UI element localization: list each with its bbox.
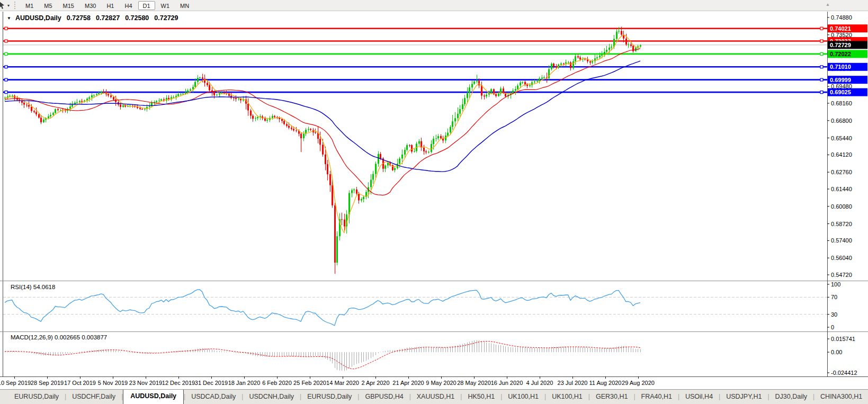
svg-text:0.71010: 0.71010 xyxy=(830,64,851,70)
timeframe-button-M5[interactable]: M5 xyxy=(39,1,57,10)
svg-text:0.74021: 0.74021 xyxy=(830,25,851,32)
chart-symbol-label: AUDUSD,Daily xyxy=(15,14,61,22)
chart-tab-usoil-h4[interactable]: USOil,H4 xyxy=(679,390,719,404)
svg-text:0.74880: 0.74880 xyxy=(831,14,852,21)
svg-text:0.68160: 0.68160 xyxy=(831,100,852,106)
chart-tab-xauusd-h1[interactable]: XAUUSD,H1 xyxy=(411,390,461,404)
chart-tab-china300-h1[interactable]: CHINA300,H1 xyxy=(815,390,868,404)
ohlc-close: 0.72729 xyxy=(154,14,178,22)
svg-text:70: 70 xyxy=(831,294,837,300)
svg-text:10 Sep 2019: 10 Sep 2019 xyxy=(0,380,31,386)
timeframe-button-D1[interactable]: D1 xyxy=(138,1,155,10)
chart-title: ▼ AUDUSD,Daily 0.72758 0.72827 0.72580 0… xyxy=(7,14,178,22)
svg-text:0.73520: 0.73520 xyxy=(831,32,852,38)
svg-text:0.72022: 0.72022 xyxy=(830,51,851,57)
svg-text:0.66800: 0.66800 xyxy=(831,118,852,124)
timeframe-toolbar: ▾ M1M5M15M30H1H4D1W1MN ▲ xyxy=(0,0,868,11)
trading-app-window: ▾ M1M5M15M30H1H4D1W1MN ▲ 0.748800.735200… xyxy=(0,0,868,404)
svg-text:28 Sep 2019: 28 Sep 2019 xyxy=(31,380,64,386)
svg-text:0.69025: 0.69025 xyxy=(830,89,851,95)
ma-fast-line xyxy=(5,35,640,233)
chart-tabbar: EURUSD,Daily|USDCHF,Daily|AUDUSD,Daily|U… xyxy=(0,389,868,404)
svg-text:0.65440: 0.65440 xyxy=(831,135,852,141)
svg-text:9 May 2020: 9 May 2020 xyxy=(426,380,456,386)
svg-text:17 Oct 2019: 17 Oct 2019 xyxy=(64,380,96,386)
svg-text:12 Dec 2019: 12 Dec 2019 xyxy=(162,380,195,386)
ohlc-high: 0.72827 xyxy=(96,14,120,22)
svg-text:16 Jun 2020: 16 Jun 2020 xyxy=(491,380,523,386)
chart-tab-dj30-daily[interactable]: DJ30,Daily xyxy=(769,390,813,404)
svg-text:0.54720: 0.54720 xyxy=(831,272,852,278)
chart-tab-usdchf-daily[interactable]: USDCHF,Daily xyxy=(66,390,121,404)
svg-text:0.69999: 0.69999 xyxy=(830,77,851,83)
chart-tab-usdcnh-daily[interactable]: USDCNH,Daily xyxy=(243,390,300,404)
cursor-tool-group[interactable]: ▾ xyxy=(0,1,12,10)
svg-text:0.60080: 0.60080 xyxy=(831,203,852,210)
svg-text:-0.024412: -0.024412 xyxy=(831,370,857,376)
chart-tab-gbpusd-h4[interactable]: GBPUSD,H4 xyxy=(359,390,409,404)
svg-text:14 Mar 2020: 14 Mar 2020 xyxy=(326,380,359,386)
svg-text:100: 100 xyxy=(831,281,840,288)
candlestick-series xyxy=(4,26,641,274)
svg-text:0.56040: 0.56040 xyxy=(831,255,852,261)
svg-text:29 Aug 2020: 29 Aug 2020 xyxy=(622,380,655,386)
time-axis[interactable]: 10 Sep 201928 Sep 201917 Oct 20195 Nov 2… xyxy=(0,376,655,386)
horizontal-lines[interactable] xyxy=(3,27,827,93)
chart-tab-uk100-h1[interactable]: UK100,H1 xyxy=(502,390,544,404)
timeframe-button-M1[interactable]: M1 xyxy=(21,1,38,10)
svg-text:0.61440: 0.61440 xyxy=(831,186,852,192)
svg-text:4 Jul 2020: 4 Jul 2020 xyxy=(526,380,553,386)
timeframe-button-MN[interactable]: MN xyxy=(175,1,194,10)
svg-text:0.62760: 0.62760 xyxy=(831,169,852,175)
chart-canvas[interactable]: 0.748800.735200.721600.708400.694800.681… xyxy=(0,0,868,404)
ohlc-open: 0.72758 xyxy=(67,14,91,22)
svg-text:0.72729: 0.72729 xyxy=(830,42,851,48)
symbol-collapse-icon[interactable]: ▼ xyxy=(7,16,11,21)
tool-caret-icon[interactable]: ▾ xyxy=(6,3,11,8)
ma-mid-line xyxy=(5,49,640,195)
svg-text:6 Feb 2020: 6 Feb 2020 xyxy=(262,380,292,386)
ohlc-low: 0.72580 xyxy=(125,14,149,22)
chart-tab-usdjpy-h1[interactable]: USDJPY,H1 xyxy=(720,390,767,404)
svg-text:21 Apr 2020: 21 Apr 2020 xyxy=(392,380,424,386)
timeframe-button-M15[interactable]: M15 xyxy=(58,1,79,10)
toolbar-gripper[interactable] xyxy=(14,2,16,9)
chart-tab-audusd-daily[interactable]: AUDUSD,Daily xyxy=(123,389,184,404)
chart-tab-usdcad-daily[interactable]: USDCAD,Daily xyxy=(185,390,241,404)
rsi-plot xyxy=(3,290,827,326)
chart-tab-eurusd-daily[interactable]: EURUSD,Daily xyxy=(301,390,357,404)
svg-text:0.00: 0.00 xyxy=(831,349,842,355)
svg-text:0.58720: 0.58720 xyxy=(831,221,852,227)
timeframe-button-W1[interactable]: W1 xyxy=(156,1,175,10)
svg-text:0.57400: 0.57400 xyxy=(831,237,852,244)
svg-text:28 May 2020: 28 May 2020 xyxy=(457,380,491,386)
chart-tab-hk50-h1[interactable]: HK50,H1 xyxy=(462,390,500,404)
chart-tab-eurusd-daily[interactable]: EURUSD,Daily xyxy=(8,390,65,404)
svg-text:31 Dec 2019: 31 Dec 2019 xyxy=(195,380,228,386)
svg-text:11 Aug 2020: 11 Aug 2020 xyxy=(589,380,622,386)
svg-text:18 Jan 2020: 18 Jan 2020 xyxy=(228,380,261,386)
svg-text:23 Nov 2019: 23 Nov 2019 xyxy=(129,380,162,386)
timeframe-button-M30[interactable]: M30 xyxy=(80,1,101,10)
chart-tab-ger30-h1[interactable]: GER30,H1 xyxy=(590,390,633,404)
svg-text:23 Jul 2020: 23 Jul 2020 xyxy=(558,380,588,386)
macd-plot xyxy=(5,340,641,371)
timeframe-button-H4[interactable]: H4 xyxy=(120,1,137,10)
chart-tab-fra40-h1[interactable]: FRA40,H1 xyxy=(636,390,678,404)
svg-text:0.015741: 0.015741 xyxy=(831,336,855,342)
rsi-line xyxy=(5,290,640,326)
svg-text:5 Nov 2019: 5 Nov 2019 xyxy=(98,380,128,386)
svg-text:25 Feb 2020: 25 Feb 2020 xyxy=(293,380,326,386)
scroll-up-icon[interactable]: ▲ xyxy=(826,2,830,7)
svg-text:0.64120: 0.64120 xyxy=(831,151,852,158)
macd-indicator-label: MACD(12,26,9) 0.002665 0.003877 xyxy=(11,334,107,340)
svg-text:0: 0 xyxy=(831,324,834,330)
chart-tab-uk100-h1[interactable]: UK100,H1 xyxy=(546,390,588,404)
rsi-indicator-label: RSI(14) 54.0618 xyxy=(11,284,55,290)
crosshair-cursor-icon[interactable] xyxy=(0,1,6,10)
svg-text:2 Apr 2020: 2 Apr 2020 xyxy=(361,380,389,386)
timeframe-button-H1[interactable]: H1 xyxy=(102,1,119,10)
svg-text:30: 30 xyxy=(831,311,837,318)
